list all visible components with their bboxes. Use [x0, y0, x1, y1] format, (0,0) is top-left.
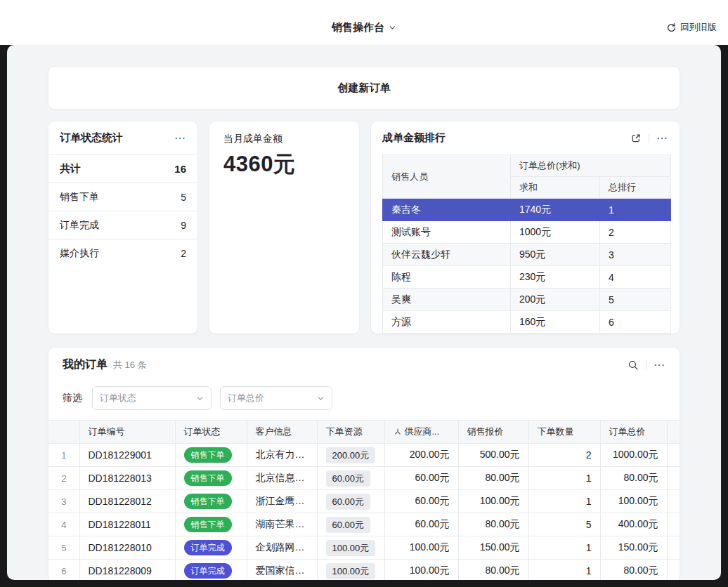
resource-value: 200.00元: [326, 447, 376, 463]
order-no: DD181228009: [79, 560, 175, 581]
qty-value: 1: [528, 467, 600, 490]
order-row[interactable]: 3 DD181228012 销售下单 浙江金鹰卡... 60.00元 60.00…: [48, 490, 680, 513]
customer: 北京有力量...: [247, 444, 317, 467]
order-total-filter[interactable]: 订单总价: [220, 386, 332, 410]
resource-value: 100.00元: [326, 540, 376, 556]
qty-value: 2: [528, 444, 600, 467]
col-quote: 销售报价: [458, 421, 528, 444]
col-order-status: 订单状态: [175, 421, 247, 444]
col-resource: 下单资源: [317, 421, 384, 444]
total-value: 80.00元: [600, 467, 667, 490]
order-no: DD181229001: [79, 444, 175, 467]
order-row[interactable]: 4 DD181228011 销售下单 湖南芒果娱... 60.00元 60.00…: [48, 513, 680, 536]
customer: 爱国家信息...: [247, 560, 317, 581]
ranking-row[interactable]: 方源 160元 6: [383, 311, 671, 334]
order-row[interactable]: 5 DD181228010 订单完成 企划路网络... 100.00元 100.…: [48, 536, 680, 560]
col-qty: 下单数量: [528, 421, 600, 444]
order-no: DD181228013: [79, 467, 175, 490]
ranking-col-sum: 求和: [511, 177, 600, 199]
chevron-down-icon: [317, 395, 325, 402]
more-icon[interactable]: ⋯: [654, 360, 665, 371]
total-value: 100.00元: [600, 490, 667, 513]
workspace-switcher[interactable]: 销售操作台: [332, 11, 396, 34]
orders-count: 共 16 条: [113, 359, 147, 371]
resource-value: 60.00元: [326, 517, 371, 533]
more-icon[interactable]: ⋯: [656, 133, 668, 144]
supplier-value: 100.00元: [384, 536, 458, 560]
total-value: 1000.00元: [600, 444, 667, 467]
orders-table: 订单编号 订单状态 客户信息 下单资源 供应商...: [48, 420, 680, 580]
status-badge: 销售下单: [184, 517, 232, 532]
orders-title: 我的订单: [63, 357, 108, 372]
total-value: 400.00元: [600, 513, 667, 536]
ranking-col-person: 销售人员: [383, 155, 511, 199]
back-label: 回到旧版: [680, 21, 717, 34]
status-row: 订单完成 9: [48, 211, 197, 239]
order-status-filter[interactable]: 订单状态: [92, 386, 212, 410]
ranking-card: 成单金额排行 ⋯: [370, 121, 680, 334]
col-order-no: 订单编号: [79, 421, 175, 444]
supplier-value: 60.00元: [384, 490, 458, 513]
app-header: 销售操作台 回到旧版: [0, 0, 728, 45]
col-customer: 客户信息: [247, 421, 317, 444]
my-orders-card: 我的订单 共 16 条 ⋯ 筛选 订单状态: [48, 347, 680, 580]
status-badge: 订单完成: [184, 563, 232, 579]
status-badge: 销售下单: [184, 470, 232, 486]
row-number-header: [48, 421, 79, 444]
resource-value: 100.00元: [326, 563, 376, 579]
ranking-row[interactable]: 秦吉冬 1740元 1: [383, 199, 671, 221]
customer: 浙江金鹰卡...: [247, 490, 317, 513]
order-row[interactable]: 6 DD181228009 订单完成 爱国家信息... 100.00元 100.…: [48, 560, 680, 581]
ranking-col-rank: 总排行: [600, 177, 671, 199]
qty-value: 5: [528, 513, 600, 536]
customer: 企划路网络...: [247, 536, 317, 560]
supplier-value: 100.00元: [384, 560, 458, 581]
page-title: 销售操作台: [332, 21, 384, 34]
col-stub: [667, 421, 680, 444]
quote-value: 500.00元: [458, 444, 528, 467]
ranking-row[interactable]: 伙伴云魏少轩 950元 3: [383, 244, 671, 266]
order-row[interactable]: 1 DD181229001 销售下单 北京有力量... 200.00元 200.…: [48, 444, 680, 467]
status-card-title: 订单状态统计: [60, 131, 123, 145]
qty-value: 1: [528, 560, 600, 581]
qty-value: 1: [528, 536, 600, 560]
col-total: 订单总价: [600, 421, 667, 444]
status-row-total: 共计 16: [48, 155, 197, 183]
create-order-button[interactable]: 创建新订单: [48, 66, 680, 110]
order-no: DD181228010: [79, 536, 175, 560]
amount-label: 当月成单金额: [223, 133, 345, 145]
divider: [649, 133, 649, 143]
ranking-row[interactable]: 测试账号 1000元 2: [383, 221, 671, 244]
branch-icon: [394, 428, 402, 436]
status-badge: 订单完成: [184, 540, 232, 555]
total-value: 150.00元: [600, 536, 667, 560]
ranking-card-title: 成单金额排行: [382, 131, 446, 145]
more-icon[interactable]: ⋯: [174, 133, 186, 144]
chevron-down-icon: [389, 24, 396, 32]
status-badge: 销售下单: [184, 494, 232, 509]
search-icon[interactable]: [628, 360, 639, 371]
filter-bar: 筛选 订单状态 订单总价: [48, 382, 680, 420]
supplier-value: 60.00元: [384, 467, 458, 490]
ranking-row[interactable]: 陈程 230元 4: [383, 266, 671, 289]
ranking-table: 销售人员 订单总价(求和) 求和 总排行 秦吉冬 1740元: [382, 154, 671, 334]
quote-value: 150.00元: [458, 536, 528, 560]
back-to-old-version-button[interactable]: 回到旧版: [666, 21, 717, 34]
supplier-value: 200.00元: [384, 444, 458, 467]
supplier-value: 60.00元: [384, 513, 458, 536]
resource-value: 60.00元: [326, 470, 371, 487]
quote-value: 80.00元: [458, 513, 528, 536]
status-row: 销售下单 5: [48, 183, 197, 211]
order-row[interactable]: 2 DD181228013 销售下单 北京信息大... 60.00元 60.00…: [48, 467, 680, 490]
quote-value: 100.00元: [458, 490, 528, 513]
customer: 北京信息大...: [247, 467, 317, 490]
customer: 湖南芒果娱...: [247, 513, 317, 536]
total-value: 80.00元: [600, 560, 667, 581]
resource-value: 60.00元: [326, 494, 371, 510]
order-no: DD181228011: [79, 513, 175, 536]
chevron-down-icon: [196, 395, 204, 402]
col-supplier: 供应商...: [384, 421, 458, 444]
ranking-row[interactable]: 吴爽 200元 5: [383, 289, 671, 311]
quote-value: 80.00元: [458, 467, 528, 490]
export-icon[interactable]: [630, 133, 642, 144]
